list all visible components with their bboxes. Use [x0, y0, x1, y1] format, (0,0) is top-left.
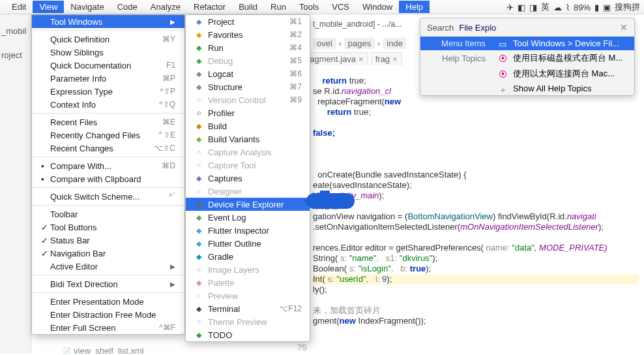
view-menu-dropdown: Tool Windows▶ Quick Definition⌘Y Show Si… — [31, 14, 185, 335]
view-menu-item[interactable]: ✓Navigation Bar — [32, 247, 184, 260]
file-name: 📄 view_shelf_list.xml — [63, 346, 144, 355]
tool-window-item[interactable]: ◆Flutter Outline — [186, 237, 310, 250]
view-menu-item[interactable]: Active Editor▶ — [32, 260, 184, 273]
help-search-panel: Search ✕ Menu Items ▭Tool Windows > Devi… — [420, 18, 635, 96]
view-menu-item[interactable]: Toolbar — [32, 208, 184, 221]
view-menu-item[interactable]: ▪Compare with Clipboard — [32, 172, 184, 185]
menu-edit[interactable]: Edit — [5, 1, 33, 13]
tool-window-item[interactable]: ◆Run⌘4 — [186, 41, 310, 54]
menu-navigate[interactable]: Navigate — [64, 1, 110, 13]
search-result-row[interactable]: Help Topics ⦿使用目标磁盘模式在两台 M... — [420, 50, 634, 66]
tool-window-item[interactable]: ◆Event Log — [186, 211, 310, 224]
tool-window-item: ○Version Control⌘9 — [186, 93, 310, 106]
tool-window-item[interactable]: ◆Build Variants — [186, 132, 310, 146]
search-label: Search — [427, 23, 454, 33]
view-menu-item[interactable]: Context Info^⇧Q — [32, 98, 184, 111]
search-result-row[interactable]: ⦿使用以太网连接两台 Mac... — [420, 66, 634, 82]
search-result-row[interactable]: Menu Items ▭Tool Windows > Device Fil... — [420, 37, 634, 50]
ime-label: 搜狗拼 — [615, 1, 640, 13]
tool-icon: ○ — [194, 95, 204, 105]
tutorial-cursor — [306, 193, 355, 209]
menu-window[interactable]: Window — [356, 1, 399, 13]
crumb-seg[interactable]: pages — [344, 38, 375, 49]
crumb-seg[interactable]: inde — [383, 38, 407, 49]
view-menu-item[interactable]: ▪Compare With...⌘D — [32, 159, 184, 172]
view-menu-item[interactable]: Enter Distraction Free Mode — [32, 308, 184, 321]
tool-window-item[interactable]: ◆Build — [186, 119, 310, 132]
close-icon[interactable]: × — [392, 54, 398, 64]
tool-windows-submenu: ◆Project⌘1◆Favorites⌘2◆Run⌘4◆Debug⌘5◆Log… — [185, 14, 310, 342]
sidebar-text: roject — [1, 50, 29, 60]
breadcrumb[interactable]: ovel› pages› inde — [313, 38, 407, 49]
view-menu-item[interactable]: Quick Switch Scheme...^` — [32, 190, 184, 203]
view-menu-item[interactable]: Enter Presentation Mode — [32, 295, 184, 308]
clear-icon[interactable]: ✕ — [620, 22, 628, 33]
view-menu-item[interactable]: Enter Full Screen^⌘F — [32, 321, 184, 334]
tool-window-item[interactable]: ◆TODO — [186, 328, 310, 341]
result-text: Tool Windows > Device Fil... — [513, 39, 619, 48]
tool-icon: ◆ — [194, 277, 204, 288]
tool-icon: ◆ — [194, 55, 204, 66]
view-menu-item[interactable]: Tool Windows▶ — [32, 15, 184, 28]
menu-refactor[interactable]: Refactor — [187, 1, 232, 13]
tool-window-item[interactable]: ◆Terminal⌥F12 — [186, 302, 310, 315]
tool-window-item: ◆Debug⌘5 — [186, 54, 310, 67]
menu-tools[interactable]: Tools — [293, 1, 325, 13]
editor-tab[interactable]: frag× — [371, 52, 402, 65]
tool-icon: ○ — [194, 316, 204, 327]
tool-icon: ◆ — [194, 330, 204, 340]
view-menu-item[interactable]: Quick DocumentationF1 — [32, 59, 184, 72]
view-menu-item[interactable]: ✓Status Bar — [32, 234, 184, 247]
tool-window-item[interactable]: ◆Logcat⌘6 — [186, 67, 310, 80]
view-menu-item[interactable]: Parameter Info⌘P — [32, 72, 184, 85]
view-menu-item[interactable]: ✓Tool Buttons — [32, 221, 184, 234]
ime-icon: 英 — [541, 1, 549, 13]
view-menu-item[interactable]: Quick Definition⌘Y — [32, 33, 184, 46]
menu-analyze[interactable]: Analyze — [144, 1, 187, 13]
tray-icon: ◧ — [518, 3, 525, 12]
view-menu-item[interactable]: Expression Type^⇧P — [32, 85, 184, 98]
tool-window-item[interactable]: ◆Captures — [186, 172, 310, 185]
tool-window-item[interactable]: ◆Structure⌘7 — [186, 80, 310, 93]
menu-view[interactable]: View — [33, 1, 64, 13]
project-sidebar: _mobil roject — [0, 14, 31, 354]
menu-code[interactable]: Code — [111, 1, 144, 13]
tool-icon: ○ — [194, 186, 204, 196]
view-menu-item[interactable]: Bidi Text Direction▶ — [32, 277, 184, 290]
crumb-seg[interactable]: ovel — [313, 38, 336, 49]
tool-window-item[interactable]: ◆Favorites⌘2 — [186, 28, 310, 41]
window-icon: ▭ — [499, 39, 508, 48]
view-menu-item[interactable]: Recent Changes⌥⇧C — [32, 142, 184, 155]
tool-window-item[interactable]: ○Profiler — [186, 106, 310, 119]
tool-window-item[interactable]: ◆Project⌘1 — [186, 15, 310, 28]
tray-icon: ◨ — [529, 3, 537, 12]
battery-text: 89% — [574, 3, 591, 12]
menu-help[interactable]: Help — [399, 1, 430, 13]
close-icon[interactable]: × — [359, 54, 364, 64]
view-menu-item[interactable]: Recently Changed Files⌃⇧E — [32, 129, 184, 142]
code-editor[interactable]: return true; se R.id.navigation_cl repla… — [313, 65, 639, 326]
tool-window-item: ○Capture Tool — [186, 159, 310, 172]
plus-icon: ＋ — [499, 84, 508, 93]
tool-window-item: ○Capture Analysis — [186, 146, 310, 159]
tool-window-item[interactable]: ◆Flutter Inspector — [186, 224, 310, 237]
menu-build[interactable]: Build — [232, 1, 264, 13]
help-icon: ⦿ — [499, 54, 508, 63]
tool-window-item: ◆Palette — [186, 276, 310, 289]
tool-window-item: ○Designer — [186, 185, 310, 198]
view-menu-item[interactable]: Show Siblings — [32, 46, 184, 59]
project-path: t_mobile_android] - .../a... — [313, 20, 402, 29]
result-category: Help Topics — [420, 54, 492, 63]
view-menu-item[interactable]: Recent Files⌘E — [32, 116, 184, 129]
tool-window-item[interactable]: ◆Gradle — [186, 250, 310, 263]
menu-vcs[interactable]: VCS — [325, 1, 356, 13]
tool-icon: ○ — [194, 160, 204, 170]
result-text: Show All Help Topics — [513, 84, 591, 93]
battery-icon: ▮ — [594, 3, 599, 12]
tool-icon: ○ — [194, 108, 204, 118]
tool-window-item[interactable]: ◆Device File Explorer — [186, 198, 310, 211]
result-text: 使用目标磁盘模式在两台 M... — [513, 52, 622, 64]
search-input[interactable] — [459, 23, 615, 33]
menu-run[interactable]: Run — [264, 1, 293, 13]
show-all-help[interactable]: ＋Show All Help Topics — [420, 82, 634, 95]
